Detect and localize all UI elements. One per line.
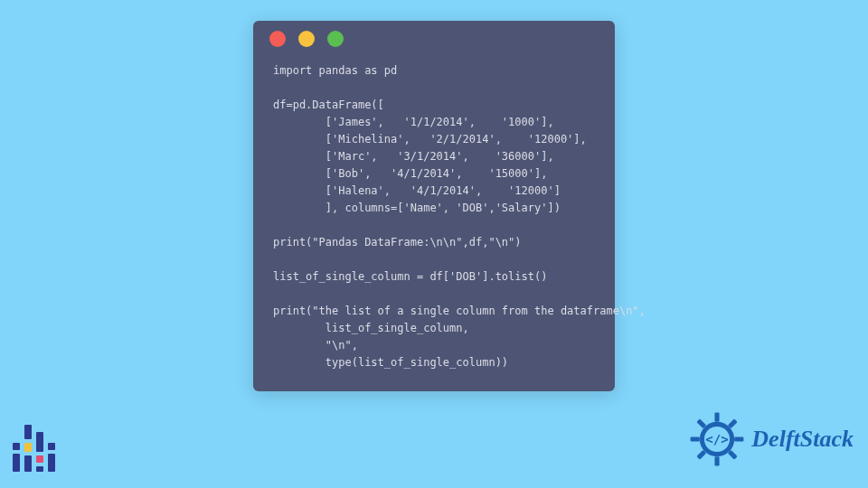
close-icon — [269, 31, 286, 47]
svg-rect-3 — [691, 436, 700, 441]
code-body: import pandas as pd df=pd.DataFrame([ ['… — [253, 57, 615, 391]
window-titlebar — [253, 21, 615, 57]
svg-rect-1 — [715, 413, 720, 422]
svg-rect-4 — [735, 436, 744, 441]
brand-name: DelftStack — [751, 426, 854, 453]
minimize-icon — [298, 31, 315, 47]
left-logo-icon — [13, 425, 52, 472]
brand-badge: </> DelftStack — [688, 410, 854, 468]
code-window: import pandas as pd df=pd.DataFrame([ ['… — [253, 21, 615, 391]
maximize-icon — [327, 31, 344, 47]
svg-rect-2 — [715, 456, 720, 465]
svg-text:</>: </> — [706, 432, 729, 446]
gear-icon: </> — [688, 410, 746, 468]
